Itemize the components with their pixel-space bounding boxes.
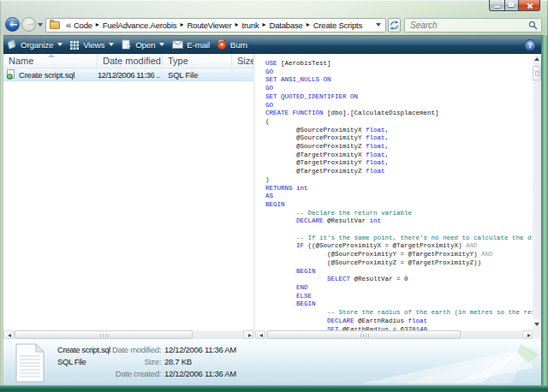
- scroll-grip: [360, 334, 369, 337]
- scroll-left-icon: [8, 334, 11, 337]
- scroll-down-icon: [534, 323, 539, 326]
- preview-hscroll-thumb[interactable]: [267, 330, 461, 339]
- maximize-icon: [509, 3, 514, 7]
- filelist-scroll-right-button[interactable]: [243, 330, 253, 339]
- code-line: @TargetProximityX float,: [265, 151, 533, 160]
- column-header-type[interactable]: Type: [163, 54, 232, 68]
- code-line: RETURNS int: [265, 185, 533, 193]
- preview-hscrollbar[interactable]: [255, 330, 533, 339]
- column-label: Size: [237, 56, 253, 66]
- breadcrumb-item[interactable]: Database: [269, 21, 304, 30]
- code-line: -- Store the radius of the earth (in met…: [265, 309, 533, 318]
- column-headers: NameDate modifiedTypeSize: [3, 54, 253, 68]
- open-icon: [122, 39, 132, 50]
- command-bar-items: OrganizeViewsOpenE-mailBurn: [3, 36, 251, 53]
- code-line: ELSE: [265, 293, 533, 301]
- preview-scroll-right-button[interactable]: [522, 330, 533, 339]
- back-button[interactable]: ←: [5, 17, 20, 32]
- address-bar[interactable]: « Code▸FuelAdvance.Aerobis▸RouteViewer▸t…: [45, 18, 386, 33]
- command-label: Open: [135, 40, 155, 50]
- details-label: Size:: [144, 357, 161, 366]
- scroll-right-icon: [527, 334, 531, 337]
- e-mail-button[interactable]: E-mail: [169, 36, 213, 53]
- window-frame-right: [541, 35, 548, 385]
- preview-scroll-left-button[interactable]: [255, 330, 265, 339]
- maximize-button[interactable]: [505, 0, 519, 11]
- column-label: Name: [9, 56, 33, 66]
- sort-ascending-icon: [48, 54, 55, 57]
- column-header-name[interactable]: Name: [3, 54, 98, 68]
- preview-vscrollbar[interactable]: [533, 54, 541, 330]
- breadcrumb-item[interactable]: Code: [73, 21, 93, 30]
- code-line: CREATE FUNCTION [dbo].[CalculateDisplace…: [265, 110, 533, 118]
- breadcrumb-separator-icon: ▸: [177, 21, 186, 30]
- search-icon[interactable]: [528, 21, 538, 30]
- column-header-size[interactable]: Size: [232, 54, 253, 68]
- details-label: Date modified:: [112, 345, 161, 354]
- chevron-down-icon: [159, 43, 164, 46]
- close-button[interactable]: [519, 0, 540, 11]
- column-header-date-modified[interactable]: Date modified: [98, 54, 163, 68]
- window-controls: [489, 0, 540, 11]
- details-label: Date created:: [116, 369, 161, 378]
- explorer-window: ← → « Code▸FuelAdvance.Aerobis▸RouteView…: [0, 0, 548, 392]
- preview-pane: USE [AerobisTest]GOSET ANSI_NULLS ONGOSE…: [255, 54, 541, 339]
- breadcrumb-overflow-chevron[interactable]: «: [64, 20, 73, 30]
- breadcrumb-item[interactable]: Create Scripts: [313, 21, 363, 30]
- organize-button[interactable]: Organize: [3, 36, 67, 53]
- filelist-hscroll-thumb[interactable]: [15, 330, 193, 339]
- file-row[interactable]: Create script.sql 12/12/2006 11:36 ... S…: [3, 68, 253, 81]
- code-line: BEGIN: [265, 201, 533, 210]
- scroll-right-icon: [248, 334, 252, 337]
- open-button[interactable]: Open: [118, 36, 169, 53]
- help-button[interactable]: ?: [524, 39, 536, 51]
- address-dropdown-icon[interactable]: [376, 23, 381, 27]
- code-line: DECLARE @ResultVar int: [265, 217, 533, 226]
- scrollbar-corner: [533, 330, 541, 339]
- filelist-hscrollbar[interactable]: [3, 330, 253, 339]
- scroll-grip: [535, 71, 539, 76]
- scroll-down-button[interactable]: [533, 319, 541, 330]
- preview-vscroll-thumb[interactable]: [533, 66, 541, 80]
- views-icon: [70, 40, 80, 50]
- breadcrumb-separator-icon: ▸: [93, 21, 102, 30]
- filelist-scroll-left-button[interactable]: [3, 330, 14, 339]
- details-pane: Create script.sql SQL File Date modified…: [3, 339, 541, 385]
- breadcrumb-item[interactable]: trunk: [241, 21, 259, 30]
- code-line: AS: [265, 193, 533, 201]
- burn-button[interactable]: Burn: [213, 36, 251, 53]
- burn-icon: [217, 39, 227, 50]
- code-line: SET ANSI_NULLS ON: [265, 76, 533, 85]
- breadcrumb-item[interactable]: FuelAdvance.Aerobis: [102, 21, 178, 30]
- folder-icon: [50, 21, 60, 29]
- sql-code-preview[interactable]: USE [AerobisTest]GOSET ANSI_NULLS ONGOSE…: [265, 60, 533, 334]
- file-date-cell: 12/12/2006 11:36 ...: [95, 69, 160, 80]
- file-list-pane: NameDate modifiedTypeSize Create script.…: [3, 54, 253, 339]
- code-line: (@SourceProximityY = @TargetProximityY) …: [265, 251, 533, 259]
- file-type-cell: SQL File: [160, 69, 229, 80]
- email-icon: [172, 40, 183, 49]
- code-line: GO: [265, 85, 533, 93]
- command-label: Burn: [230, 40, 247, 50]
- code-line: SELECT @ResultVar = 0: [265, 276, 533, 284]
- forward-button[interactable]: →: [21, 17, 36, 32]
- scroll-up-icon: [534, 57, 539, 61]
- scroll-left-icon: [259, 334, 263, 337]
- refresh-button[interactable]: [388, 18, 401, 33]
- scroll-up-button[interactable]: [533, 54, 541, 65]
- views-button[interactable]: Views: [67, 36, 118, 53]
- breadcrumb-item[interactable]: RouteViewer: [186, 21, 232, 30]
- column-label: Date modified: [103, 56, 161, 66]
- code-line: BEGIN: [265, 300, 533, 309]
- file-size-cell: [229, 69, 251, 80]
- breadcrumb-separator-icon: ▸: [232, 21, 241, 30]
- scroll-grip: [100, 334, 109, 337]
- code-line: GO: [265, 102, 533, 110]
- minimize-button[interactable]: [489, 0, 505, 11]
- recent-pages-dropdown[interactable]: [38, 23, 43, 27]
- search-box[interactable]: Search: [404, 18, 542, 33]
- minimize-icon: [494, 6, 500, 8]
- window-frame-left: [0, 35, 3, 385]
- breadcrumb-separator-icon: ▸: [304, 21, 313, 30]
- column-label: Type: [168, 56, 188, 66]
